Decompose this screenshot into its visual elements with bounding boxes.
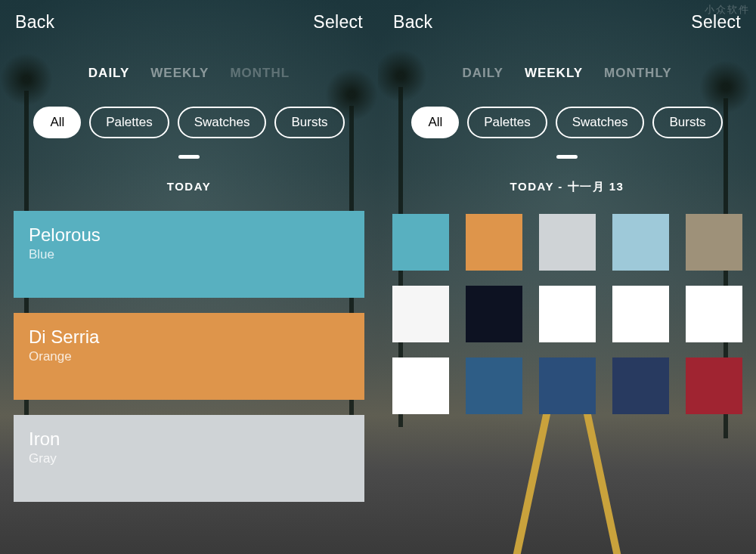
filter-bursts[interactable]: Bursts [652, 107, 722, 138]
color-name: Iron [29, 429, 349, 450]
color-row[interactable]: Pelorous Blue [14, 211, 364, 298]
filter-palettes[interactable]: Palettes [89, 107, 169, 138]
swatch[interactable] [686, 286, 742, 342]
swatch[interactable] [686, 214, 742, 271]
tab-monthly[interactable]: MONTHL [230, 66, 290, 81]
watermark: 小众软件 [705, 3, 750, 17]
filter-swatches[interactable]: Swatches [556, 107, 645, 138]
filter-swatches[interactable]: Swatches [178, 107, 267, 138]
filter-bursts[interactable]: Bursts [274, 107, 344, 138]
header: Back Select [378, 0, 756, 40]
tab-daily[interactable]: DAILY [88, 66, 129, 81]
drag-handle[interactable] [556, 155, 578, 159]
swatch[interactable] [686, 357, 742, 414]
filter-all[interactable]: All [411, 107, 459, 138]
swatch-grid [378, 214, 756, 414]
drag-handle[interactable] [178, 155, 200, 159]
swatch[interactable] [392, 357, 449, 414]
color-hue: Blue [29, 247, 349, 262]
color-hue: Orange [29, 349, 349, 364]
color-name: Di Serria [29, 327, 349, 348]
back-button[interactable]: Back [15, 12, 54, 32]
select-button[interactable]: Select [313, 12, 363, 32]
filter-pills: All Palettes Swatches Bursts [0, 107, 378, 138]
swatch[interactable] [392, 214, 449, 271]
tab-weekly[interactable]: WEEKLY [150, 66, 209, 81]
section-title: TODAY [0, 180, 378, 193]
time-tabs: DAILY WEEKLY MONTHL [0, 66, 378, 81]
section-title: TODAY - 十一月 13 [378, 180, 756, 194]
color-rows: Pelorous Blue Di Serria Orange Iron Gray [0, 211, 378, 502]
swatch[interactable] [466, 214, 522, 271]
swatch[interactable] [539, 214, 596, 271]
screen-right: 小众软件 Back Select DAILY WEEKLY MONTHLY Al… [378, 0, 756, 554]
tab-weekly[interactable]: WEEKLY [525, 66, 583, 81]
color-row[interactable]: Iron Gray [14, 415, 364, 502]
swatch[interactable] [466, 357, 522, 414]
color-row[interactable]: Di Serria Orange [14, 313, 364, 400]
header: Back Select [0, 0, 378, 40]
swatch[interactable] [392, 286, 449, 342]
swatch[interactable] [612, 286, 669, 342]
time-tabs: DAILY WEEKLY MONTHLY [378, 66, 756, 81]
filter-all[interactable]: All [33, 107, 81, 138]
tab-daily[interactable]: DAILY [462, 66, 503, 81]
swatch[interactable] [539, 357, 596, 414]
swatch[interactable] [539, 286, 596, 342]
filter-palettes[interactable]: Palettes [467, 107, 547, 138]
back-button[interactable]: Back [393, 12, 432, 32]
screen-left: Back Select DAILY WEEKLY MONTHL All Pale… [0, 0, 378, 554]
swatch[interactable] [466, 286, 522, 342]
filter-pills: All Palettes Swatches Bursts [378, 107, 756, 138]
swatch[interactable] [612, 357, 669, 414]
tab-monthly[interactable]: MONTHLY [604, 66, 672, 81]
color-name: Pelorous [29, 224, 349, 246]
swatch[interactable] [612, 214, 669, 271]
color-hue: Gray [29, 451, 349, 466]
